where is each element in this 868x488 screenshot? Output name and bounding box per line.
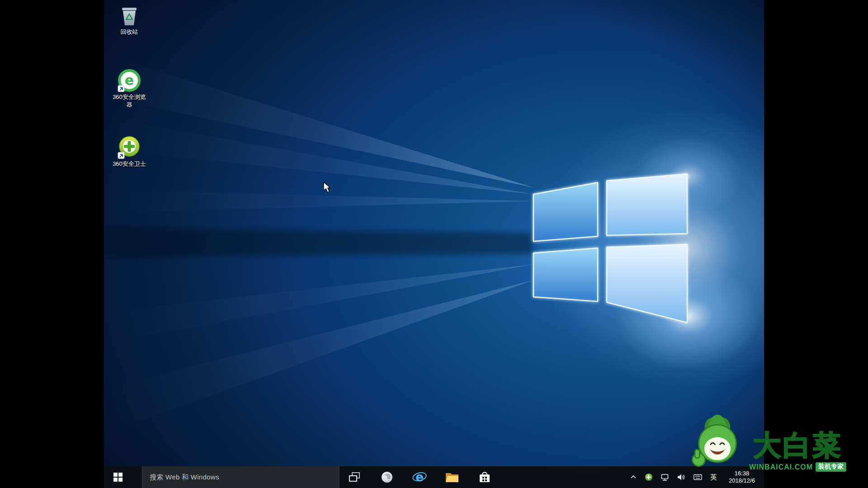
tray-clock[interactable]: 16:38 2018/12/6 [724,470,760,484]
clock-time: 16:38 [735,470,750,477]
svg-text:e: e [125,72,134,88]
letterbox-right [764,0,868,488]
clock-date: 2018/12/6 [729,477,755,484]
desktop-icon-label: 360安全卫士 [113,160,146,168]
internet-explorer-icon: e [412,470,427,484]
network-icon [661,474,669,481]
desktop: 回收站 e 360安全浏览器 360安全卫士 [104,0,764,488]
file-explorer-button[interactable] [439,466,466,488]
360-safeguard-icon [118,136,141,159]
360-tray-icon [645,473,653,481]
tray-chevron-button[interactable] [629,466,637,488]
desktop-background[interactable] [104,0,764,488]
desktop-icon-360-safeguard[interactable]: 360安全卫士 [108,136,150,168]
desktop-icon-label: 回收站 [121,28,138,36]
windows-logo-icon [113,473,123,482]
tray-keyboard-button[interactable] [693,466,703,488]
desktop-icon-label: 360安全浏览器 [111,94,148,109]
ime-indicator[interactable]: 英 [709,466,718,488]
desktop-icon-360-browser[interactable]: e 360安全浏览器 [108,69,150,109]
360-browser-icon: e [118,69,141,92]
internet-explorer-button[interactable]: e [406,466,433,488]
windows-store-button[interactable] [471,466,498,488]
system-tray: 英 16:38 2018/12/6 [629,466,760,488]
search-placeholder: 搜索 Web 和 Windows [150,473,219,482]
volume-icon [677,474,685,481]
task-view-icon [349,472,360,483]
windows-hero-wallpaper [104,0,764,488]
taskbar: 搜索 Web 和 Windows [104,466,764,488]
pinned-app-button[interactable] [373,466,401,488]
windows-store-icon [478,471,491,483]
recycle-bin-icon [118,4,140,27]
letterbox-left [0,0,104,488]
pinned-app-swirl-icon [381,471,393,483]
chevron-up-icon [630,474,637,480]
taskbar-pinned-apps: e [341,466,498,488]
desktop-icon-recycle-bin[interactable]: 回收站 [108,4,150,36]
touch-keyboard-icon [693,474,702,480]
tray-volume-button[interactable] [676,466,686,488]
task-view-button[interactable] [341,466,368,488]
file-explorer-icon [445,471,459,483]
tray-network-button[interactable] [660,466,670,488]
taskbar-search-box[interactable]: 搜索 Web 和 Windows [142,466,340,488]
start-button[interactable] [104,466,132,488]
tray-360-button[interactable] [644,466,654,488]
